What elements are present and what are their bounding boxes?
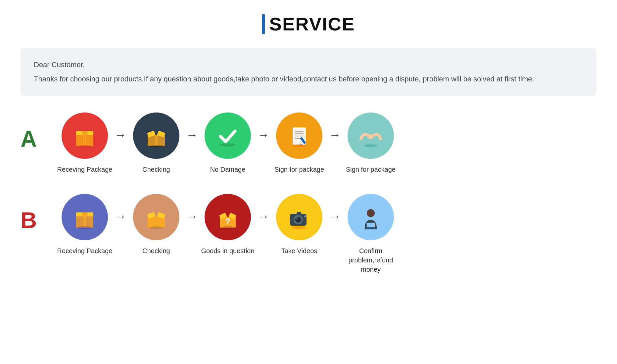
svg-point-29	[77, 226, 92, 229]
step-a5-label: Sign for package	[346, 165, 396, 174]
svg-point-23	[364, 144, 377, 147]
svg-rect-33	[155, 216, 158, 228]
step-b3-label: Goods in question	[201, 246, 254, 255]
step-b5: Confirm problem,refund money	[338, 194, 404, 274]
step-a4: Sign for package	[266, 113, 332, 174]
notice-body: Thanks for choosing our products.If any …	[34, 73, 583, 85]
step-b5-icon	[348, 194, 394, 240]
step-b4-icon	[276, 194, 322, 240]
flow-row-b: B Receving Package →	[21, 194, 596, 274]
step-b1-icon	[62, 194, 108, 240]
step-a1-icon	[62, 113, 108, 159]
page-title: SERVICE	[269, 13, 355, 35]
notice-greeting: Dear Customer,	[34, 59, 583, 71]
step-b4: Take Videos	[266, 194, 332, 255]
step-b3: ? Goods in question	[195, 194, 261, 255]
step-a3-label: No Damage	[210, 165, 246, 174]
svg-point-6	[77, 145, 92, 148]
step-b2-icon	[133, 194, 179, 240]
svg-rect-44	[297, 212, 301, 215]
flow-row-a: A	[21, 113, 596, 174]
svg-point-47	[367, 209, 375, 217]
svg-rect-45	[304, 215, 307, 217]
step-b1-label: Receving Package	[57, 246, 113, 255]
svg-point-43	[296, 217, 298, 219]
svg-point-39	[220, 226, 235, 229]
step-b2-label: Checking	[142, 246, 170, 255]
svg-point-21	[293, 144, 306, 147]
step-b3-icon: ?	[205, 194, 251, 240]
notice-box: Dear Customer, Thanks for choosing our p…	[21, 48, 596, 96]
step-b1: Receving Package	[52, 194, 118, 255]
step-a2-label: Checking	[142, 165, 170, 174]
step-b4-label: Take Videos	[281, 246, 317, 255]
row-a-label: A	[21, 126, 44, 152]
svg-point-12	[149, 145, 164, 148]
svg-point-46	[291, 226, 306, 229]
svg-rect-49	[367, 223, 375, 227]
step-a5-icon	[348, 113, 394, 159]
step-a3: No Damage	[195, 113, 261, 174]
step-a1-label: Receving Package	[57, 165, 113, 174]
step-a2: Checking	[123, 113, 189, 174]
flow-section: A	[21, 113, 596, 294]
step-a1: Receving Package	[52, 113, 118, 174]
step-a4-label: Sign for package	[274, 165, 324, 174]
flow-items-a: Receving Package →	[52, 113, 596, 174]
step-b5-label: Confirm problem,refund money	[341, 246, 401, 274]
svg-text:?: ?	[225, 216, 230, 226]
step-a2-icon	[133, 113, 179, 159]
step-a3-icon	[205, 113, 251, 159]
step-a5: Sign for package	[338, 113, 404, 174]
flow-items-b: Receving Package → Checking	[52, 194, 596, 274]
svg-rect-28	[83, 215, 86, 228]
page-header: SERVICE	[262, 13, 355, 35]
step-b2: Checking	[123, 194, 189, 255]
svg-point-13	[220, 143, 236, 147]
svg-point-34	[149, 226, 164, 229]
row-b-label: B	[21, 207, 44, 233]
step-a4-icon	[276, 113, 322, 159]
svg-point-42	[295, 217, 301, 223]
svg-point-51	[364, 228, 377, 230]
svg-rect-11	[155, 135, 158, 146]
title-accent-bar	[262, 14, 265, 34]
